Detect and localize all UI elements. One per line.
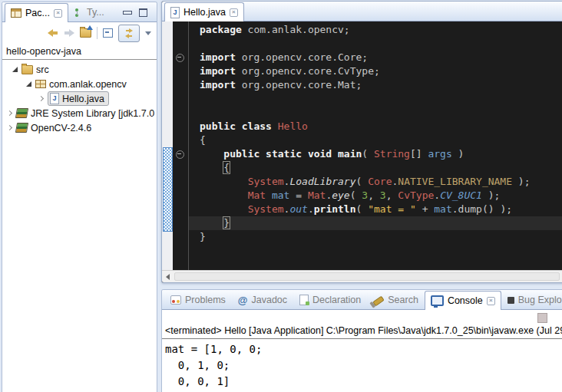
package-explorer-icon	[11, 8, 21, 18]
up-button[interactable]	[80, 28, 91, 38]
tab-console[interactable]: Console×	[425, 291, 501, 310]
terminate-button[interactable]	[537, 313, 547, 323]
code-line[interactable]: public class Hello	[189, 120, 562, 133]
tree-item-content: src	[21, 64, 49, 75]
minimize-view-button[interactable]	[123, 11, 132, 15]
forward-button[interactable]	[64, 29, 74, 37]
scrollbar-thumb[interactable]	[174, 272, 560, 281]
code-line[interactable]: }	[189, 216, 562, 230]
annotation-ruler[interactable]	[162, 21, 173, 270]
tab-ty[interactable]: Ty...	[68, 3, 111, 21]
code-line[interactable]: System.LoadLibrary( Core.NATIVE_LIBRARY_…	[189, 175, 562, 189]
code-line[interactable]	[189, 106, 562, 120]
code-line[interactable]: package com.anlak.opencv;	[189, 23, 562, 37]
java-file-icon: J	[50, 93, 59, 104]
tab-problems[interactable]: Problems	[164, 291, 232, 309]
code-line[interactable]: import org.opencv.core.CvType;	[189, 64, 562, 78]
tab-search[interactable]: Search	[367, 291, 425, 309]
tree-item-hello-java[interactable]: JHello.java	[2, 91, 157, 106]
code-lines[interactable]: package com.anlak.opencv;import org.open…	[189, 23, 562, 244]
editor-tabbar: J Hello.java ×	[162, 2, 562, 21]
code-line[interactable]: import org.opencv.core.Mat;	[189, 78, 562, 92]
javadoc-icon: @	[238, 295, 248, 305]
project-label: hello-opencv-java	[6, 46, 81, 57]
tree-item-label: JRE System Library [jdk1.7.0	[31, 108, 154, 119]
editor-tab-label: Hello.java	[183, 7, 226, 18]
type-hierarchy-icon	[74, 8, 83, 17]
tree-item-jre-system-library-jdk1-7-0[interactable]: JRE System Library [jdk1.7.0	[2, 106, 157, 120]
code-line[interactable]: }	[189, 230, 562, 244]
console-view: Problems@JavadocDeclarationSearchConsole…	[161, 289, 562, 392]
link-with-editor-icon	[118, 25, 140, 42]
close-icon[interactable]: ×	[230, 8, 238, 17]
process-label: <terminated> Hello [Java Application] C:…	[165, 325, 562, 336]
project-row[interactable]: hello-opencv-java	[2, 44, 157, 60]
expand-arrow-icon[interactable]	[12, 67, 21, 72]
tab-declaration[interactable]: Declaration	[293, 291, 367, 309]
editor-tab-hello-java[interactable]: J Hello.java ×	[164, 2, 244, 21]
maximize-view-button[interactable]	[139, 8, 147, 17]
view-window-buttons	[123, 8, 147, 17]
editor-horizontal-scrollbar[interactable]	[162, 270, 562, 282]
code-line[interactable]	[189, 92, 562, 106]
code-line[interactable]: {	[189, 161, 562, 175]
tree-item-label: com.anlak.opencv	[49, 79, 127, 90]
editor-pane: J Hello.java × package com.anlak.opencv;…	[161, 1, 562, 283]
link-with-editor-button[interactable]	[118, 25, 140, 42]
close-icon[interactable]: ×	[487, 297, 495, 305]
tab-javadoc[interactable]: @Javadoc	[232, 291, 293, 309]
tree-item-src[interactable]: src	[2, 62, 157, 77]
code-line[interactable]: System.out.println( "mat = " + mat.dump(…	[189, 203, 562, 216]
tree-item-content: JRE System Library [jdk1.7.0	[16, 108, 154, 119]
tree-item-label: Hello.java	[62, 94, 104, 104]
package-explorer-toolbar	[2, 22, 157, 44]
expand-arrow-icon[interactable]	[26, 81, 35, 87]
tab-label: Ty...	[87, 7, 104, 18]
tree-item-opencv-2-4-6[interactable]: OpenCV-2.4.6	[2, 120, 157, 135]
tab-label: Search	[388, 295, 418, 305]
tree-item-content: com.anlak.opencv	[35, 79, 127, 90]
java-file-icon: J	[170, 7, 180, 18]
package-folder-icon	[21, 65, 33, 74]
tab-label: Javadoc	[251, 295, 287, 305]
declaration-icon	[299, 295, 309, 305]
collapse-all-button[interactable]	[103, 28, 113, 38]
range-indicator	[163, 147, 173, 232]
library-icon	[15, 123, 28, 133]
code-line[interactable]: {	[189, 133, 562, 147]
folding-gutter[interactable]	[173, 21, 189, 270]
back-button[interactable]	[48, 29, 58, 37]
tab-bug-explorer[interactable]: Bug Explorer	[501, 291, 562, 309]
code-line[interactable]: import org.opencv.core.Core;	[189, 51, 562, 64]
package-explorer-tabbar: Pac...×Ty...	[2, 2, 157, 22]
fold-collapse-icon[interactable]	[176, 150, 184, 159]
view-menu-button[interactable]	[145, 31, 151, 35]
code-line[interactable]	[189, 37, 562, 51]
scroll-left-arrow-icon[interactable]	[166, 274, 170, 280]
tab-label: Declaration	[312, 295, 361, 305]
package-icon	[35, 80, 46, 88]
tab-label: Pac...	[25, 8, 50, 18]
tab-pac[interactable]: Pac...×	[5, 3, 68, 22]
code-editor[interactable]: package com.anlak.opencv;import org.open…	[162, 21, 562, 270]
toolbar-separator	[97, 27, 98, 39]
tab-label: Problems	[185, 295, 226, 305]
expand-arrow-icon[interactable]	[7, 126, 16, 130]
console-output-line: mat = [1, 0, 0;	[165, 341, 562, 357]
library-icon	[15, 108, 28, 118]
close-icon[interactable]: ×	[54, 9, 62, 18]
console-output-line: 0, 0, 1]	[165, 374, 562, 390]
code-line[interactable]: public static void main( String[] args )	[189, 147, 562, 161]
console-output[interactable]: mat = [1, 0, 0; 0, 1, 0; 0, 0, 1]	[162, 339, 562, 390]
code-line[interactable]: Mat mat = Mat.eye( 3, 3, CvType.CV_8UC1 …	[189, 189, 562, 203]
package-explorer-view: Pac...×Ty... hello-opencv-java srccom.an…	[2, 2, 157, 392]
tab-label: Console	[448, 295, 483, 306]
console-icon	[431, 295, 444, 306]
tree-item-com-anlak-opencv[interactable]: com.anlak.opencv	[2, 77, 157, 91]
expand-arrow-icon[interactable]	[7, 111, 16, 115]
up-folder-icon	[80, 28, 91, 38]
fold-collapse-icon[interactable]	[176, 54, 184, 62]
expand-arrow-icon[interactable]	[38, 97, 48, 100]
console-toolbar	[162, 310, 562, 325]
tree-item-label: src	[36, 64, 49, 75]
